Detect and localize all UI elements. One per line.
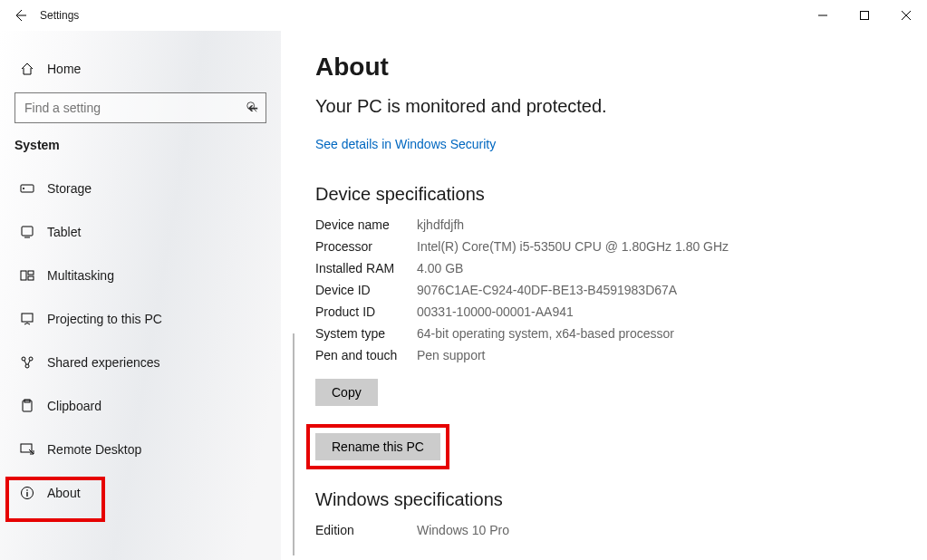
search-input[interactable] — [23, 100, 247, 116]
close-button[interactable] — [885, 0, 927, 31]
sidebar-item-label: About — [43, 486, 81, 500]
scroll-indicator[interactable] — [293, 333, 295, 555]
svg-rect-11 — [28, 271, 34, 275]
spec-key: Device name — [315, 217, 417, 232]
shared-icon — [20, 355, 43, 370]
svg-rect-10 — [21, 271, 26, 280]
sidebar-item-label: Projecting to this PC — [43, 312, 162, 326]
main-content: About Your PC is monitored and protected… — [281, 31, 927, 560]
svg-rect-12 — [28, 276, 34, 280]
spec-key: Product ID — [315, 304, 417, 319]
sidebar-category: System — [0, 136, 281, 167]
spec-value: kjhdfdjfh — [417, 217, 900, 232]
device-spec-heading: Device specifications — [315, 184, 900, 205]
svg-rect-8 — [22, 227, 33, 236]
spec-value: Pen support — [417, 348, 900, 362]
spec-key: Device ID — [315, 283, 417, 297]
search-box[interactable]: ➔︎ — [14, 92, 266, 123]
search-icon: ➔︎ — [247, 101, 258, 115]
svg-point-14 — [22, 357, 25, 361]
sidebar-item-storage[interactable]: Storage — [0, 167, 281, 210]
remote-desktop-icon — [20, 442, 43, 457]
svg-point-16 — [25, 364, 29, 368]
sidebar: Home ➔︎ System Storage Tablet Multitaski… — [0, 31, 281, 560]
sidebar-item-label: Multitasking — [43, 268, 114, 283]
sidebar-item-label: Tablet — [43, 225, 81, 239]
protection-status: Your PC is monitored and protected. — [315, 96, 900, 117]
spec-value: Intel(R) Core(TM) i5-5350U CPU @ 1.80GHz… — [417, 239, 900, 254]
minimize-button[interactable] — [802, 0, 844, 31]
windows-spec-heading: Windows specifications — [315, 489, 900, 510]
page-title: About — [315, 53, 900, 82]
sidebar-item-projecting[interactable]: Projecting to this PC — [0, 297, 281, 341]
windows-security-link[interactable]: See details in Windows Security — [315, 137, 900, 151]
copy-button[interactable]: Copy — [315, 379, 378, 406]
svg-point-21 — [26, 489, 28, 491]
projecting-icon — [20, 312, 43, 326]
spec-value: 00331-10000-00001-AA941 — [417, 304, 900, 319]
about-icon — [20, 486, 43, 500]
spec-key: System type — [315, 326, 417, 341]
multitasking-icon — [20, 268, 43, 283]
sidebar-item-label: Remote Desktop — [43, 442, 141, 457]
sidebar-home-label: Home — [43, 62, 81, 76]
spec-value: 64-bit operating system, x64-based proce… — [417, 326, 900, 341]
svg-point-7 — [23, 188, 24, 189]
storage-icon — [20, 181, 43, 196]
spec-value: Windows 10 Pro — [417, 523, 900, 537]
home-icon — [20, 62, 43, 76]
minimize-icon — [818, 11, 827, 20]
sidebar-home[interactable]: Home — [0, 47, 281, 91]
sidebar-item-tablet[interactable]: Tablet — [0, 210, 281, 254]
spec-key: Processor — [315, 239, 417, 254]
svg-rect-13 — [22, 314, 33, 322]
sidebar-item-about[interactable]: About — [0, 471, 281, 515]
back-arrow-icon — [13, 8, 27, 23]
sidebar-item-clipboard[interactable]: Clipboard — [0, 384, 281, 428]
back-button[interactable] — [0, 0, 40, 31]
svg-point-15 — [29, 357, 33, 361]
sidebar-item-multitasking[interactable]: Multitasking — [0, 254, 281, 297]
sidebar-item-label: Shared experiences — [43, 355, 160, 370]
windows-spec-table: Edition Windows 10 Pro — [315, 523, 900, 537]
tablet-icon — [20, 225, 43, 239]
spec-key: Pen and touch — [315, 348, 417, 362]
spec-key: Installed RAM — [315, 261, 417, 275]
sidebar-item-label: Clipboard — [43, 399, 101, 413]
maximize-icon — [860, 11, 869, 20]
sidebar-item-label: Storage — [43, 181, 92, 196]
spec-value: 4.00 GB — [417, 261, 900, 275]
title-bar: Settings — [0, 0, 927, 31]
spec-key: Edition — [315, 523, 417, 537]
spec-value: 9076C1AE-C924-40DF-BE13-B4591983D67A — [417, 283, 900, 297]
window-title: Settings — [40, 9, 79, 22]
sidebar-item-remote-desktop[interactable]: Remote Desktop — [0, 428, 281, 471]
svg-rect-1 — [861, 12, 869, 20]
rename-pc-button[interactable]: Rename this PC — [315, 433, 440, 460]
sidebar-item-shared-experiences[interactable]: Shared experiences — [0, 341, 281, 384]
maximize-button[interactable] — [844, 0, 885, 31]
clipboard-icon — [20, 399, 43, 413]
device-spec-table: Device name kjhdfdjfh Processor Intel(R)… — [315, 217, 900, 362]
close-icon — [902, 11, 911, 20]
